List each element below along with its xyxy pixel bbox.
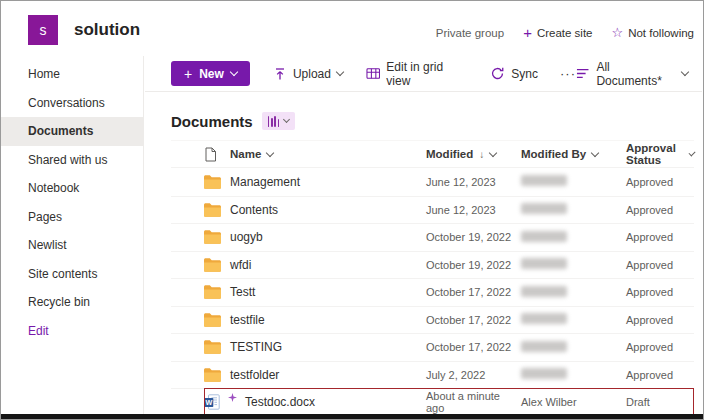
sidebar-item-conversations[interactable]: Conversations [1, 89, 143, 118]
file-name: Management [230, 175, 300, 189]
table-row[interactable]: W Management June 12, 2023 Approved [171, 168, 694, 196]
grid-icon [366, 67, 380, 80]
file-name-cell[interactable]: TESTING [230, 340, 426, 354]
approval-status-cell: Approved [626, 314, 694, 326]
approval-status-cell: Approved [626, 286, 694, 298]
file-name: TESTING [230, 340, 282, 354]
more-commands-button[interactable]: ··· [560, 66, 576, 81]
table-row[interactable]: W Testt October 17, 2022 Approved [171, 278, 694, 306]
file-name-cell[interactable]: Testdoc.docx [230, 395, 426, 409]
file-name: Testdoc.docx [245, 395, 315, 409]
site-title[interactable]: solution [74, 20, 140, 40]
file-name-cell[interactable]: testfolder [230, 368, 426, 382]
file-name-cell[interactable]: testfile [230, 313, 426, 327]
chevron-down-icon [283, 116, 290, 123]
modified-cell: June 12, 2023 [426, 176, 521, 188]
file-name-cell[interactable]: Management [230, 175, 426, 189]
sidebar-item-recycle-bin[interactable]: Recycle bin [1, 288, 143, 317]
table-row[interactable]: W testfile October 17, 2022 Approved [171, 306, 694, 334]
modified-by-column-header[interactable]: Modified By [521, 148, 626, 160]
file-type-cell: W [204, 175, 230, 189]
table-row[interactable]: W Testdoc.docx About a minute ago Alex W… [171, 388, 694, 416]
file-name-cell[interactable]: Testt [230, 285, 426, 299]
modified-column-header[interactable]: Modified ↓ [426, 148, 521, 160]
file-name: wfdi [230, 258, 251, 272]
file-name-cell[interactable]: Contents [230, 203, 426, 217]
sidebar-item-label: Newlist [28, 238, 67, 252]
modified-by-cell [521, 368, 626, 381]
plus-icon: + [523, 25, 532, 40]
sidebar-item-documents[interactable]: Documents [1, 117, 143, 146]
file-name: uogyb [230, 230, 263, 244]
sidebar-item-notebook[interactable]: Notebook [1, 174, 143, 203]
file-name-cell[interactable]: uogyb [230, 230, 426, 244]
site-logo[interactable]: s [28, 15, 58, 45]
modified-by-cell [521, 341, 626, 354]
view-selector[interactable]: All Documents* [576, 60, 688, 88]
approval-status-cell: Approved [626, 176, 694, 188]
upload-icon [273, 67, 287, 81]
file-type-cell: W [204, 285, 230, 299]
modified-cell: October 19, 2022 [426, 259, 521, 271]
view-options-icon [576, 67, 589, 80]
create-site-button[interactable]: + Create site [523, 25, 592, 40]
new-item-sparkle-icon [228, 393, 237, 402]
collection-icon [268, 116, 280, 127]
table-row[interactable]: W uogyb October 19, 2022 Approved [171, 223, 694, 251]
window-bottom-edge [1, 414, 703, 419]
modified-cell: October 17, 2022 [426, 314, 521, 326]
follow-button[interactable]: ☆ Not following [612, 26, 695, 39]
view-selector-label: All Documents* [596, 60, 675, 88]
edit-grid-view-button[interactable]: Edit in grid view [366, 60, 467, 88]
file-type-column-header[interactable] [204, 147, 230, 162]
name-column-header[interactable]: Name [230, 148, 426, 160]
chevron-down-icon [489, 148, 497, 156]
file-name-cell[interactable]: wfdi [230, 258, 426, 272]
sidebar-item-newlist[interactable]: Newlist [1, 231, 143, 260]
table-row[interactable]: W wfdi October 19, 2022 Approved [171, 251, 694, 279]
file-name: testfolder [230, 368, 279, 382]
edit-grid-view-label: Edit in grid view [386, 60, 467, 88]
approval-status-cell: Approved [626, 341, 694, 353]
star-icon: ☆ [612, 26, 624, 39]
library-title: Documents [171, 113, 253, 130]
sidebar-item-edit[interactable]: Edit [1, 317, 143, 346]
sort-descending-icon: ↓ [479, 149, 484, 160]
approval-status-cell: Approved [626, 231, 694, 243]
top-bar: s solution Private group + Create site ☆… [1, 1, 703, 56]
modified-by-cell [521, 286, 626, 299]
sidebar-item-pages[interactable]: Pages [1, 203, 143, 232]
word-file-icon: W [204, 394, 220, 410]
file-type-cell: W [204, 230, 230, 244]
site-logo-letter: s [40, 22, 47, 38]
sidebar-item-label: Site contents [28, 267, 97, 281]
file-name: Contents [230, 203, 278, 217]
sidebar-item-home[interactable]: Home [1, 60, 143, 89]
chevron-down-icon [266, 148, 274, 156]
privacy-label: Private group [436, 27, 504, 39]
folder-icon [204, 230, 221, 244]
upload-button[interactable]: Upload [273, 67, 343, 81]
sidebar-item-shared-with-us[interactable]: Shared with us [1, 146, 143, 175]
top-actions: Private group + Create site ☆ Not follow… [436, 25, 694, 40]
new-button[interactable]: + New [171, 61, 250, 86]
document-icon [204, 147, 217, 162]
folder-icon [204, 340, 221, 354]
sidebar-item-site-contents[interactable]: Site contents [1, 260, 143, 289]
sync-button[interactable]: Sync [490, 66, 538, 81]
approval-status-cell: Approved [626, 204, 694, 216]
table-row[interactable]: W testfolder July 2, 2022 Approved [171, 361, 694, 389]
table-row[interactable]: W TESTING October 17, 2022 Approved [171, 333, 694, 361]
table-row[interactable]: W Contents June 12, 2023 Approved [171, 196, 694, 224]
sidebar-item-label: Notebook [28, 181, 79, 195]
sharepoint-window: s solution Private group + Create site ☆… [0, 0, 704, 420]
modified-by-cell [521, 313, 626, 326]
sidebar-nav: Home Conversations Documents Shared with… [1, 56, 144, 414]
chevron-down-icon [336, 68, 344, 76]
file-type-cell: W [204, 313, 230, 327]
approval-status-cell: Approved [626, 259, 694, 271]
approval-status-cell: Approved [626, 369, 694, 381]
library-options-badge[interactable] [262, 112, 296, 130]
modified-cell: July 2, 2022 [426, 369, 521, 381]
approval-status-column-header[interactable]: Approval Status [626, 142, 694, 166]
